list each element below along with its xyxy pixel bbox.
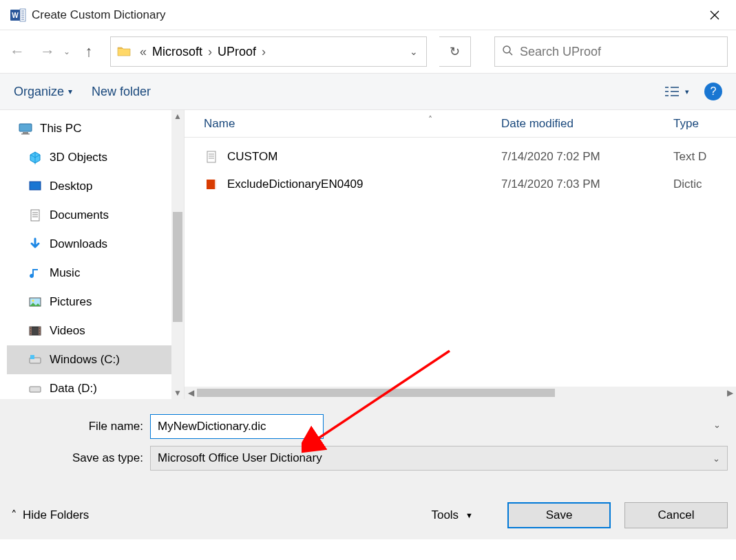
tree-item-label: 3D Objects xyxy=(50,151,107,164)
help-button[interactable]: ? xyxy=(704,83,722,100)
svg-rect-23 xyxy=(31,210,39,221)
tree-item-label: Desktop xyxy=(50,180,92,193)
scroll-left-icon[interactable]: ◀ xyxy=(185,387,197,399)
breadcrumb-sep: « xyxy=(140,45,147,59)
scroll-up-icon[interactable]: ▲ xyxy=(171,110,184,122)
tree-item-label: Music xyxy=(50,266,80,280)
titlebar: W Create Custom Dictionary xyxy=(0,0,736,30)
cancel-button[interactable]: Cancel xyxy=(624,502,728,528)
hide-folders-label: Hide Folders xyxy=(23,508,89,522)
tree-item-videos[interactable]: Videos xyxy=(7,316,171,345)
breadcrumb-microsoft[interactable]: Microsoft xyxy=(149,43,205,61)
file-row[interactable]: ExcludeDictionaryEN0409 7/14/2020 7:03 P… xyxy=(185,171,736,198)
scroll-track[interactable] xyxy=(197,387,724,399)
window-title: Create Custom Dictionary xyxy=(32,8,699,22)
saveas-select[interactable]: Microsoft Office User Dictionary ⌄ xyxy=(150,446,728,471)
tools-button[interactable]: Tools ▼ xyxy=(431,508,473,522)
tree-item-label: Windows (C:) xyxy=(50,353,120,367)
pictures-icon xyxy=(28,294,43,310)
svg-rect-18 xyxy=(19,124,32,131)
tree-item-desktop[interactable]: Desktop xyxy=(7,172,171,201)
search-input[interactable] xyxy=(520,45,720,59)
search-icon xyxy=(502,45,513,59)
column-headers: Name ˄ Date modified Type xyxy=(185,110,736,138)
column-header-name[interactable]: Name ˄ xyxy=(185,117,501,131)
office-file-icon xyxy=(204,177,219,192)
column-header-date[interactable]: Date modified xyxy=(501,117,673,131)
svg-rect-41 xyxy=(207,151,215,162)
file-name: ExcludeDictionaryEN0409 xyxy=(227,177,501,191)
svg-text:W: W xyxy=(12,12,19,19)
action-row: ˄ Hide Folders Tools ▼ Save Cancel xyxy=(8,502,728,528)
music-icon xyxy=(28,266,43,281)
tree-item-label: Downloads xyxy=(50,237,107,251)
tree-item-this-pc[interactable]: This PC xyxy=(7,114,171,143)
file-date: 7/14/2020 7:02 PM xyxy=(501,150,673,164)
filename-dropdown[interactable]: ⌄ xyxy=(713,420,721,430)
new-folder-button[interactable]: New folder xyxy=(92,85,151,99)
refresh-button[interactable]: ↻ xyxy=(439,36,471,67)
recent-locations-dropdown[interactable]: ⌄ xyxy=(62,47,72,56)
chevron-down-icon: ▾ xyxy=(68,87,72,96)
file-name: CUSTOM xyxy=(227,150,501,164)
chevron-up-icon: ˄ xyxy=(11,508,17,523)
drive-icon xyxy=(28,381,43,396)
address-bar[interactable]: « Microsoft › UProof › ⌄ xyxy=(110,36,427,67)
file-type: Text D xyxy=(673,150,736,164)
horizontal-scrollbar[interactable]: ◀ ▶ xyxy=(185,387,736,399)
back-button[interactable]: ← xyxy=(8,43,26,61)
tree-item-music[interactable]: Music xyxy=(7,259,171,288)
scroll-track[interactable] xyxy=(171,122,184,387)
bottom-panel: File name: ⌄ Save as type: Microsoft Off… xyxy=(0,399,736,539)
navigation-row: ← → ⌄ ↑ « Microsoft › UProof › ⌄ ↻ xyxy=(0,30,736,73)
svg-rect-39 xyxy=(30,355,34,359)
svg-rect-40 xyxy=(30,387,41,392)
tree-item-windows-c[interactable]: Windows (C:) xyxy=(7,345,171,374)
svg-line-11 xyxy=(509,52,512,55)
tree-item-3d-objects[interactable]: 3D Objects xyxy=(7,143,171,172)
sidebar: This PC 3D Objects Desktop Documents Dow… xyxy=(0,110,185,399)
tree-item-downloads[interactable]: Downloads xyxy=(7,230,171,259)
tree-item-label: Documents xyxy=(50,208,109,222)
tree-item-data-d[interactable]: Data (D:) xyxy=(7,374,171,399)
up-button[interactable]: ↑ xyxy=(80,43,98,61)
pc-icon xyxy=(18,121,33,136)
scroll-down-icon[interactable]: ▼ xyxy=(171,387,184,399)
folder-icon xyxy=(116,43,133,60)
file-row[interactable]: CUSTOM 7/14/2020 7:02 PM Text D xyxy=(185,143,736,171)
hide-folders-button[interactable]: ˄ Hide Folders xyxy=(8,508,89,523)
saveas-row: Save as type: Microsoft Office User Dict… xyxy=(8,446,728,471)
view-details-icon xyxy=(664,85,680,98)
search-box[interactable] xyxy=(494,36,728,67)
saveas-value: Microsoft Office User Dictionary xyxy=(158,451,322,465)
tree-item-documents[interactable]: Documents xyxy=(7,201,171,230)
tree-item-label: Videos xyxy=(50,324,85,338)
svg-rect-46 xyxy=(215,180,217,189)
filename-input[interactable] xyxy=(150,414,324,439)
videos-icon xyxy=(28,323,43,338)
file-date: 7/14/2020 7:03 PM xyxy=(501,177,673,191)
svg-point-36 xyxy=(39,330,40,331)
documents-icon xyxy=(28,208,43,223)
svg-rect-20 xyxy=(21,133,30,135)
file-type: Dictic xyxy=(673,177,736,191)
column-label: Name xyxy=(204,117,235,130)
organize-button[interactable]: Organize ▾ xyxy=(14,85,72,99)
breadcrumb-uproof[interactable]: UProof xyxy=(215,43,259,61)
scroll-right-icon[interactable]: ▶ xyxy=(724,387,736,399)
scroll-thumb[interactable] xyxy=(197,389,555,397)
main-area: This PC 3D Objects Desktop Documents Dow… xyxy=(0,110,736,399)
tree-scrollbar[interactable]: ▲ ▼ xyxy=(171,110,184,399)
scroll-thumb[interactable] xyxy=(173,212,182,322)
tools-label: Tools xyxy=(431,508,459,522)
file-list: Name ˄ Date modified Type CUSTOM 7/14/20… xyxy=(185,110,736,399)
view-button[interactable]: ▾ xyxy=(664,85,689,98)
close-button[interactable] xyxy=(699,3,730,28)
forward-button[interactable]: → xyxy=(39,43,56,61)
tree-item-pictures[interactable]: Pictures xyxy=(7,288,171,316)
column-header-type[interactable]: Type xyxy=(673,117,736,131)
path-dropdown[interactable]: ⌄ xyxy=(407,46,421,57)
chevron-right-icon: › xyxy=(262,45,266,59)
svg-point-35 xyxy=(39,327,40,328)
save-button[interactable]: Save xyxy=(507,502,611,528)
